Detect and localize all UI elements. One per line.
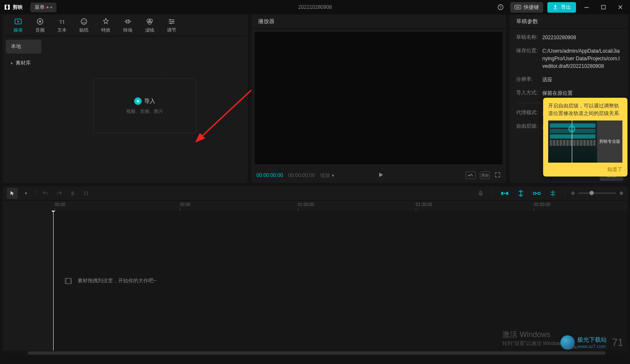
timeline-scrollbar[interactable] [3, 351, 627, 356]
player-title: 播放器 [258, 18, 275, 25]
link-button[interactable] [531, 189, 543, 198]
import-dropzone[interactable]: + 导入 视频、音频、图片 [93, 78, 196, 133]
drop-hint-text: 素材拖拽到这里，开始你的大作吧~ [78, 277, 156, 284]
param-label: 分辨率: [516, 76, 542, 83]
adjust-icon [167, 17, 176, 26]
player-stage[interactable] [255, 32, 503, 164]
close-button[interactable] [614, 2, 627, 13]
scrollbar-thumb[interactable] [28, 351, 606, 355]
timeline-ruler[interactable]: 00:00 30:00 01:00:00 01:30:00 02:00:00 [3, 201, 627, 211]
plus-icon: + [134, 97, 142, 105]
separator [35, 190, 36, 197]
svg-rect-5 [518, 6, 518, 6]
tab-transition[interactable]: 转场 [121, 16, 135, 35]
svg-rect-24 [72, 191, 73, 195]
minimize-button[interactable] [580, 2, 593, 13]
play-button[interactable] [377, 171, 385, 180]
undo-button[interactable] [40, 188, 51, 199]
split-icon [70, 190, 75, 196]
tab-sticker[interactable]: 贴纸 [77, 16, 91, 35]
params-title: 草稿参数 [516, 18, 538, 25]
chevron-down-icon: ▾ [332, 173, 334, 178]
undo-icon [42, 190, 49, 197]
player-header: 播放器 [251, 14, 506, 29]
sidebar-label: 本地 [11, 43, 21, 50]
svg-rect-25 [73, 191, 74, 195]
snap-icon [517, 190, 525, 197]
scale-label: 缩放 [320, 172, 330, 179]
logo-icon [3, 3, 11, 11]
timeline-toolbar: ▾ [3, 186, 627, 201]
tip-thumbnail: 剪映专业版 [548, 120, 622, 163]
tab-media[interactable]: 媒体 [11, 16, 25, 35]
params-panel: 草稿参数 草稿名称: 202210280908 保存位置: C:/Users/a… [509, 14, 627, 183]
link-icon [533, 190, 541, 197]
shortcut-button[interactable]: 快捷键 [510, 2, 543, 13]
pointer-tool[interactable] [7, 188, 18, 199]
media-panel: 媒体 音频 TI 文本 贴纸 特效 [3, 14, 248, 183]
redo-button[interactable] [54, 188, 65, 199]
shortcut-label: 快捷键 [524, 4, 539, 11]
transition-icon [124, 17, 132, 26]
export-icon [552, 4, 558, 10]
svg-point-22 [170, 22, 172, 24]
delete-button[interactable] [81, 188, 92, 199]
fullscreen-button[interactable] [494, 171, 501, 179]
menu-button[interactable]: 菜单 ▾ [30, 3, 57, 12]
ruler-tick: 01:30:00 [416, 202, 432, 207]
compare-button[interactable] [466, 171, 476, 179]
param-label: 草稿名称: [516, 34, 542, 41]
zoom-in-button[interactable]: ⊕ [619, 190, 623, 196]
maximize-icon [601, 5, 606, 10]
playhead[interactable] [53, 211, 54, 351]
timecode-current: 00:00:00:00 [256, 172, 283, 178]
svg-rect-9 [602, 5, 606, 9]
preview-axis-button[interactable] [547, 189, 559, 198]
tab-text[interactable]: TI 文本 [55, 16, 69, 35]
auto-snap-button[interactable] [515, 189, 527, 198]
tip-thumb-preview: 剪映专业版 [597, 120, 622, 163]
ratio-button[interactable]: 原始 [480, 171, 490, 179]
maximize-button[interactable] [597, 2, 610, 13]
export-button[interactable]: 导出 [547, 2, 576, 13]
zoom-slider[interactable] [578, 193, 616, 194]
track-gutter [3, 211, 53, 351]
zoom-out-button[interactable]: ⊖ [571, 190, 575, 196]
split-button[interactable] [67, 188, 78, 199]
menu-label: 菜单 [35, 4, 45, 11]
effect-icon [102, 17, 110, 26]
menu-notify-dot [46, 6, 48, 8]
svg-rect-32 [538, 192, 541, 194]
zoom-thumb[interactable] [590, 191, 594, 195]
sidebar-item-library[interactable]: ▸ 素材库 [6, 56, 41, 70]
tip-ok-button[interactable]: 知道了 [548, 166, 622, 173]
tab-label: 文本 [57, 27, 67, 33]
tab-label: 滤镜 [145, 27, 154, 33]
svg-point-20 [170, 19, 171, 20]
pointer-icon [9, 190, 15, 196]
svg-rect-8 [584, 7, 589, 8]
tab-effect[interactable]: 特效 [99, 16, 113, 35]
param-value: 202210280908 [542, 34, 621, 41]
tab-audio[interactable]: 音频 [33, 16, 47, 35]
upper-region: 媒体 音频 TI 文本 贴纸 特效 [0, 14, 630, 183]
media-icon [14, 17, 22, 26]
params-header: 草稿参数 [509, 14, 627, 29]
sidebar-item-local[interactable]: 本地 [6, 40, 41, 54]
timeline-tracks[interactable]: 素材拖拽到这里，开始你的大作吧~ [3, 211, 627, 351]
mic-button[interactable] [475, 189, 487, 198]
tab-label: 贴纸 [79, 27, 89, 33]
media-main: + 导入 视频、音频、图片 [45, 36, 248, 183]
tool-dropdown[interactable]: ▾ [20, 188, 31, 199]
magnet-main-button[interactable] [499, 189, 511, 198]
separator [565, 190, 565, 197]
help-icon: ? [497, 4, 504, 11]
sticker-icon [80, 17, 88, 26]
scale-dropdown[interactable]: 缩放 ▾ [320, 172, 334, 179]
tab-adjust[interactable]: 调节 [164, 16, 179, 35]
tab-label: 特效 [101, 27, 110, 33]
tab-filter[interactable]: 滤镜 [143, 16, 157, 35]
svg-rect-26 [85, 192, 88, 195]
redo-icon [56, 190, 62, 197]
help-button[interactable]: ? [495, 2, 506, 13]
